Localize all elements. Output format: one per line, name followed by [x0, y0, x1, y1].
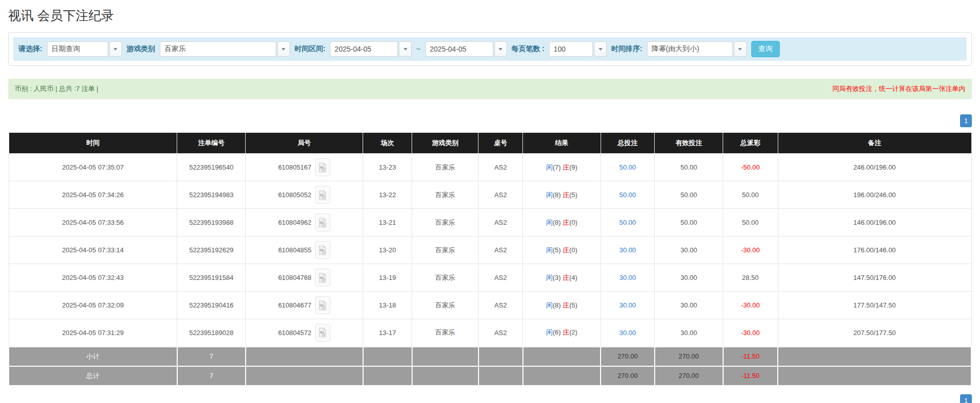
time-sort-dropdown-button[interactable] — [734, 41, 747, 57]
table-row: 2025-04-05 07:32:43 522395191584 6108047… — [9, 264, 971, 292]
cell-table-no: AS2 — [479, 292, 523, 319]
video-replay-button[interactable] — [315, 296, 330, 314]
query-type-combobox — [47, 41, 122, 57]
result-banker-label: 庄 — [563, 163, 569, 171]
cell-payout: 28.50 — [723, 264, 778, 292]
result-banker-score: (0) — [569, 219, 578, 226]
footer-empty-table — [479, 366, 523, 386]
query-type-dropdown-button[interactable] — [109, 41, 122, 57]
cell-round: 610804768 — [246, 264, 363, 292]
video-file-icon — [318, 273, 327, 283]
cell-payout: -30.00 — [723, 292, 778, 319]
page-1-button[interactable]: 1 — [960, 114, 972, 127]
total-bet-link[interactable]: 30.00 — [619, 329, 636, 337]
video-file-icon — [318, 245, 327, 255]
caret-down-icon — [738, 48, 742, 51]
video-file-icon — [318, 190, 327, 200]
cell-result: 闲(8) 庄(0) — [523, 209, 601, 236]
summary-totals: 币别 : 人民币 | 总共 :7 注单 | — [15, 84, 99, 93]
time-range-label: 时间区间: — [295, 44, 326, 54]
result-banker-label: 庄 — [563, 301, 569, 309]
total-bet-link[interactable]: 50.00 — [619, 219, 636, 226]
cell-game-type: 百家乐 — [412, 292, 479, 319]
footer-payout: -11.50 — [723, 347, 778, 366]
range-separator: ~ — [416, 45, 420, 53]
date-to-input[interactable] — [425, 41, 493, 57]
caret-down-icon — [403, 48, 408, 51]
cell-remark: 177.50/147.50 — [778, 292, 971, 319]
total-bet-link[interactable]: 50.00 — [619, 191, 636, 199]
query-type-input[interactable] — [47, 41, 108, 57]
time-sort-combobox — [647, 41, 747, 57]
cell-table-no: AS2 — [479, 264, 523, 292]
cell-remark: 196.00/246.00 — [778, 181, 971, 209]
date-from-dropdown-button[interactable] — [399, 41, 412, 57]
footer-empty-result — [523, 366, 601, 386]
result-player-label: 闲 — [546, 328, 553, 336]
cell-valid-bet: 30.00 — [655, 319, 723, 347]
footer-empty-table — [479, 347, 523, 366]
video-replay-button[interactable] — [315, 186, 330, 204]
video-replay-button[interactable] — [315, 324, 330, 342]
video-replay-button[interactable] — [315, 241, 330, 259]
caret-down-icon — [113, 48, 117, 51]
cell-valid-bet: 50.00 — [655, 181, 723, 209]
page-size-dropdown-button[interactable] — [594, 41, 607, 57]
filter-panel: 请选择: 游戏类别 时间区间: ~ — [8, 32, 972, 66]
cell-table-no: AS2 — [479, 209, 523, 236]
game-type-input[interactable] — [160, 41, 276, 57]
page-title: 视讯 会员下注纪录 — [8, 7, 972, 24]
cell-payout: 50.00 — [723, 181, 778, 209]
page-1-button[interactable]: 1 — [960, 394, 972, 403]
cell-session: 13-21 — [363, 209, 412, 236]
cell-bet-id: 522395190416 — [177, 292, 246, 319]
cell-time: 2025-04-05 07:31:29 — [9, 319, 177, 347]
pagination-bottom: 1 — [8, 394, 972, 403]
total-bet-link[interactable]: 30.00 — [619, 274, 636, 281]
cell-time: 2025-04-05 07:33:56 — [9, 209, 177, 236]
result-player-label: 闲 — [546, 301, 553, 309]
cell-result: 闲(7) 庄(9) — [523, 154, 601, 181]
game-type-dropdown-button[interactable] — [277, 41, 290, 57]
footer-payout: -11.50 — [723, 366, 778, 386]
result-player-label: 闲 — [546, 274, 553, 281]
video-replay-button[interactable] — [315, 214, 330, 231]
total-bet-link[interactable]: 30.00 — [619, 301, 636, 309]
cell-time: 2025-04-05 07:35:07 — [9, 154, 177, 181]
cell-total-bet: 30.00 — [601, 236, 655, 264]
filter-bar: 请选择: 游戏类别 时间区间: ~ — [13, 37, 967, 61]
search-button[interactable]: 查询 — [751, 41, 780, 57]
video-replay-button[interactable] — [315, 158, 330, 176]
col-header-total-bet: 总投注 — [601, 133, 655, 154]
result-player-label: 闲 — [546, 246, 553, 254]
cell-total-bet: 30.00 — [601, 264, 655, 292]
page-size-input[interactable] — [549, 41, 593, 57]
cell-remark: 246.00/196.00 — [778, 154, 971, 181]
summary-bar: 币别 : 人民币 | 总共 :7 注单 | 同局有效投注，统一计算在该局第一张注… — [8, 79, 972, 99]
cell-time: 2025-04-05 07:33:14 — [9, 236, 177, 264]
col-header-payout: 总派彩 — [723, 133, 778, 154]
video-replay-button[interactable] — [315, 269, 330, 287]
round-number: 610804768 — [278, 274, 312, 281]
cell-result: 闲(5) 庄(0) — [523, 236, 601, 264]
result-banker-score: (0) — [569, 246, 578, 254]
round-number: 610804962 — [278, 219, 312, 226]
cell-round: 610804572 — [246, 319, 363, 347]
table-header: 时间 注单编号 局号 场次 游戏类别 桌号 结果 总投注 有效投注 总派彩 备注 — [9, 133, 971, 154]
date-to-dropdown-button[interactable] — [494, 41, 507, 57]
time-sort-input[interactable] — [647, 41, 733, 57]
round-number: 610804855 — [278, 246, 312, 254]
total-bet-link[interactable]: 30.00 — [619, 246, 636, 254]
cell-bet-id: 522395191584 — [177, 264, 246, 292]
cell-session: 13-20 — [363, 236, 412, 264]
query-type-label: 请选择: — [18, 44, 42, 54]
cell-total-bet: 50.00 — [601, 209, 655, 236]
result-player-score: (8) — [553, 219, 561, 226]
table-row: 2025-04-05 07:34:26 522395194983 6108050… — [9, 181, 971, 209]
total-bet-link[interactable]: 50.00 — [619, 163, 636, 171]
date-from-input[interactable] — [330, 41, 398, 57]
cell-table-no: AS2 — [479, 181, 523, 209]
video-file-icon — [318, 327, 327, 338]
cell-game-type: 百家乐 — [412, 209, 479, 236]
result-banker-label: 庄 — [563, 328, 569, 336]
